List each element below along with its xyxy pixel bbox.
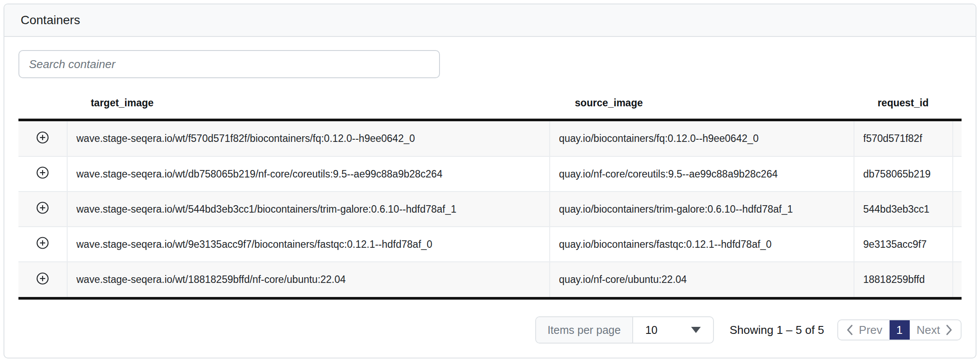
plus-circle-icon (36, 236, 50, 250)
source-image-cell: quay.io/biocontainers/trim-galore:0.6.10… (550, 192, 854, 227)
search-input[interactable] (18, 50, 440, 78)
expand-row-button[interactable] (36, 166, 50, 180)
plus-circle-icon (36, 130, 50, 145)
chevron-right-icon (945, 324, 953, 336)
current-page-button[interactable]: 1 (890, 320, 910, 340)
prev-page-button[interactable]: Prev (846, 323, 882, 337)
table-row[interactable]: wave.stage-seqera.io/wt/9e3135acc9f7/bio… (18, 227, 962, 262)
source-image-cell: quay.io/nf-core/coreutils:9.5--ae99c88a9… (550, 156, 854, 192)
containers-table-viewport: wave.stage-seqera.io/wt/f570d571f82f/bio… (18, 119, 962, 300)
containers-panel: Containers target_image source_image req… (4, 4, 976, 358)
source-image-cell: quay.io/nf-core/ubuntu:22.04 (550, 262, 854, 297)
target-image-cell: wave.stage-seqera.io/wt/544bd3eb3cc1/bio… (67, 192, 550, 227)
target-image-cell: wave.stage-seqera.io/wt/db758065b219/nf-… (67, 156, 550, 192)
chevron-down-icon (691, 327, 701, 333)
expand-cell (18, 227, 67, 262)
extra-cell (953, 121, 962, 156)
panel-body: target_image source_image request_id (4, 37, 976, 358)
panel-header: Containers (4, 4, 976, 37)
extra-cell (953, 262, 962, 297)
expand-cell (18, 156, 67, 192)
pagination: Prev 1 Next (837, 319, 962, 340)
table-row[interactable]: wave.stage-seqera.io/wt/544bd3eb3cc1/bio… (18, 192, 962, 227)
extra-cell (953, 156, 962, 192)
page-title: Containers (21, 13, 80, 27)
next-page-label: Next (917, 323, 940, 337)
table-body: wave.stage-seqera.io/wt/f570d571f82f/bio… (18, 121, 962, 297)
expand-cell (18, 192, 67, 227)
request-id-cell: 9e3135acc9f7 (854, 227, 953, 262)
items-per-page-label: Items per page (536, 317, 633, 343)
source-image-cell: quay.io/biocontainers/fastqc:0.12.1--hdf… (550, 227, 854, 262)
expand-row-button[interactable] (36, 201, 50, 215)
plus-circle-icon (36, 272, 50, 286)
source-image-cell: quay.io/biocontainers/fq:0.12.0--h9ee064… (550, 121, 854, 156)
target-image-cell: wave.stage-seqera.io/wt/9e3135acc9f7/bio… (67, 227, 550, 262)
column-header-source-image: source_image (575, 97, 643, 109)
table-header-row: target_image source_image request_id (18, 87, 962, 119)
showing-range-text: Showing 1 – 5 of 5 (730, 323, 824, 337)
items-per-page-value: 10 (645, 324, 658, 337)
expand-row-button[interactable] (36, 236, 50, 250)
request-id-cell: f570d571f82f (854, 121, 953, 156)
expand-cell (18, 121, 67, 156)
target-image-cell: wave.stage-seqera.io/wt/18818259bffd/nf-… (67, 262, 550, 297)
table-row[interactable]: wave.stage-seqera.io/wt/db758065b219/nf-… (18, 156, 962, 192)
expand-cell (18, 262, 67, 297)
column-header-target-image: target_image (91, 97, 154, 109)
expand-row-button[interactable] (36, 272, 50, 286)
chevron-left-icon (846, 324, 854, 336)
table-row[interactable]: wave.stage-seqera.io/wt/f570d571f82f/bio… (18, 121, 962, 156)
containers-table: wave.stage-seqera.io/wt/f570d571f82f/bio… (18, 121, 962, 297)
next-page-button[interactable]: Next (917, 323, 953, 337)
table-row[interactable]: wave.stage-seqera.io/wt/18818259bffd/nf-… (18, 262, 962, 297)
request-id-cell: db758065b219 (854, 156, 953, 192)
request-id-cell: 544bd3eb3cc1 (854, 192, 953, 227)
extra-cell (953, 192, 962, 227)
table-footer: Items per page 10 Showing 1 – 5 of 5 Pre… (18, 316, 962, 344)
items-per-page-control: Items per page 10 (535, 316, 714, 344)
column-header-request-id: request_id (878, 97, 929, 109)
extra-cell (953, 227, 962, 262)
request-id-cell: 18818259bffd (854, 262, 953, 297)
plus-circle-icon (36, 201, 50, 215)
expand-row-button[interactable] (36, 130, 50, 145)
plus-circle-icon (36, 166, 50, 180)
items-per-page-select[interactable]: 10 (633, 317, 713, 343)
prev-page-label: Prev (859, 323, 882, 337)
target-image-cell: wave.stage-seqera.io/wt/f570d571f82f/bio… (67, 121, 550, 156)
